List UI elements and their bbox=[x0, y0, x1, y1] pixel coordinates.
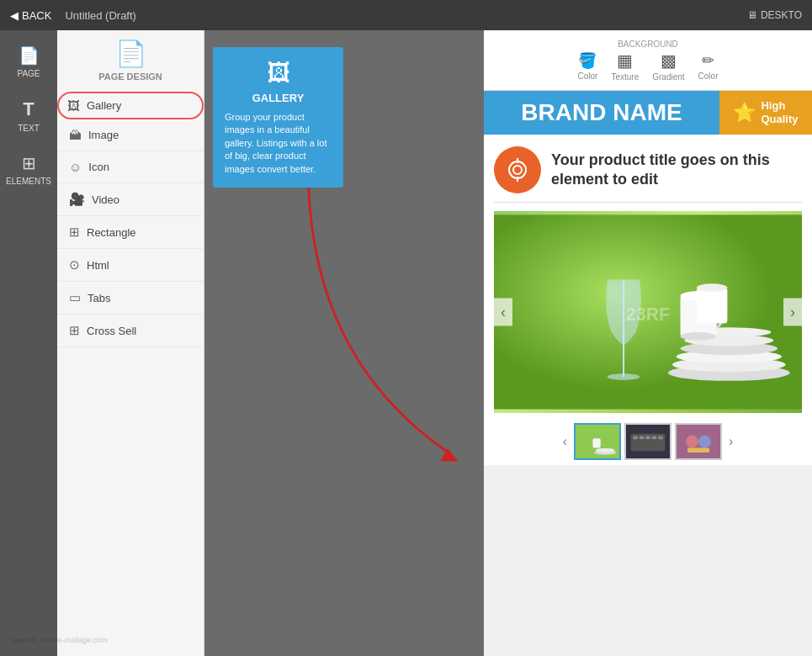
icon-icon: ☺ bbox=[69, 160, 82, 174]
panel-item-gallery[interactable]: 🖼 Gallery bbox=[57, 92, 204, 119]
gallery-label: Gallery bbox=[87, 99, 121, 112]
elements-label: ELEMENTS bbox=[6, 177, 51, 186]
panel-item-html[interactable]: ⊙ Html bbox=[57, 249, 204, 282]
fill-icon: 🪣 bbox=[578, 51, 597, 70]
thumbnail-1[interactable] bbox=[574, 423, 621, 460]
panel-item-image[interactable]: 🏔 Image bbox=[57, 119, 204, 151]
dishes-background: 23RF bbox=[494, 211, 802, 413]
html-label: Html bbox=[87, 259, 109, 272]
panel-item-icon[interactable]: ☺ Icon bbox=[57, 151, 204, 183]
rectangle-icon: ⊞ bbox=[69, 225, 80, 240]
rectangle-label: Rectangle bbox=[87, 226, 136, 239]
sidebar-item-text[interactable]: T TEXT bbox=[0, 90, 57, 141]
text-label: TEXT bbox=[18, 124, 40, 133]
html-icon: ⊙ bbox=[69, 257, 80, 272]
svg-point-17 bbox=[697, 283, 728, 292]
page-icon: 📄 bbox=[19, 45, 40, 66]
dishes-illustration: 23RF bbox=[494, 211, 802, 413]
panel-item-video[interactable]: 🎥 Video bbox=[57, 183, 204, 216]
panel-items: 🖼 Gallery 🏔 Image ☺ Icon 🎥 Video ⊞ Recta… bbox=[57, 92, 204, 347]
brand-name-text: BRAND NAME bbox=[521, 99, 682, 126]
right-panel: BACKGROUND 🪣 Color ▦ Texture ▩ Gradient … bbox=[484, 30, 812, 656]
color2-label: Color bbox=[698, 71, 719, 81]
bg-texture-button[interactable]: ▦ Texture bbox=[611, 50, 639, 82]
back-button[interactable]: ◀ BACK bbox=[10, 9, 51, 22]
high-quality-box: ⭐ High Quality bbox=[719, 91, 812, 135]
product-title: Your product title goes on this element … bbox=[551, 151, 802, 190]
panel-item-crosssell[interactable]: ⊞ Cross Sell bbox=[57, 315, 204, 347]
divider bbox=[494, 202, 802, 203]
bg-color2-button[interactable]: ✏ Color bbox=[698, 51, 719, 81]
preview-area: BRAND NAME ⭐ High Quality bbox=[484, 91, 812, 465]
thumb-accessories-icon bbox=[677, 423, 720, 460]
draft-title: Untitled (Draft) bbox=[65, 9, 136, 22]
svg-rect-27 bbox=[633, 436, 638, 440]
panel-item-rectangle[interactable]: ⊞ Rectangle bbox=[57, 216, 204, 249]
canvas-area: 🖼 GALLERY Group your product images in a… bbox=[204, 30, 484, 656]
background-label: BACKGROUND bbox=[494, 40, 802, 49]
thumbnail-3[interactable] bbox=[675, 423, 722, 460]
watermark-text: www.hi...ective-mailage.com bbox=[5, 629, 114, 651]
video-icon: 🎥 bbox=[69, 192, 85, 207]
gallery-popup-description: Group your product images in a beautiful… bbox=[225, 111, 332, 176]
panel-header: 📄 PAGE DESIGN bbox=[57, 30, 204, 92]
tabs-label: Tabs bbox=[88, 292, 110, 304]
background-icons: 🪣 Color ▦ Texture ▩ Gradient ✏ Color bbox=[578, 50, 719, 82]
product-row: Your product title goes on this element … bbox=[484, 135, 812, 202]
crosssell-label: Cross Sell bbox=[87, 325, 136, 337]
svg-point-33 bbox=[686, 436, 698, 448]
crosssell-icon: ⊞ bbox=[69, 323, 80, 338]
tabs-icon: ▭ bbox=[69, 290, 81, 305]
svg-point-23 bbox=[596, 448, 614, 452]
svg-rect-24 bbox=[592, 438, 600, 447]
color1-label: Color bbox=[578, 71, 598, 81]
sidebar-item-elements[interactable]: ⊞ ELEMENTS bbox=[0, 145, 57, 194]
gallery-popup-icon: 🖼 bbox=[225, 59, 332, 87]
svg-marker-0 bbox=[440, 448, 459, 461]
background-toolbar: BACKGROUND 🪣 Color ▦ Texture ▩ Gradient … bbox=[484, 30, 812, 91]
main-layout: 📄 PAGE T TEXT ⊞ ELEMENTS 📄 PAGE DESIGN 🖼… bbox=[0, 30, 812, 656]
texture-label: Texture bbox=[611, 72, 639, 82]
svg-rect-35 bbox=[687, 447, 709, 452]
star-badge-icon: ⭐ bbox=[733, 102, 756, 124]
bg-color1-button[interactable]: 🪣 Color bbox=[578, 51, 598, 81]
bg-gradient-button[interactable]: ▩ Gradient bbox=[652, 50, 684, 82]
thumb-prev-button[interactable]: ‹ bbox=[560, 434, 571, 449]
svg-point-34 bbox=[698, 436, 711, 448]
top-bar: ◀ BACK Untitled (Draft) 🖥 DESKTO bbox=[0, 0, 812, 30]
gallery-popup-title: GALLERY bbox=[225, 92, 332, 104]
panel-sidebar: 📄 PAGE DESIGN 🖼 Gallery 🏔 Image ☺ Icon 🎥… bbox=[57, 30, 204, 656]
svg-rect-31 bbox=[658, 436, 663, 440]
icon-label: Icon bbox=[88, 161, 109, 173]
brand-name-box: BRAND NAME bbox=[484, 91, 719, 135]
image-prev-button[interactable]: ‹ bbox=[494, 299, 512, 326]
icon-sidebar: 📄 PAGE T TEXT ⊞ ELEMENTS bbox=[0, 30, 57, 656]
gallery-popup: 🖼 GALLERY Group your product images in a… bbox=[213, 47, 343, 188]
page-label: PAGE bbox=[17, 69, 40, 78]
sidebar-item-page[interactable]: 📄 PAGE bbox=[0, 37, 57, 87]
back-arrow-icon: ◀ bbox=[10, 9, 19, 22]
thumbnail-2[interactable] bbox=[624, 423, 671, 460]
svg-rect-16 bbox=[697, 288, 728, 323]
svg-rect-29 bbox=[645, 436, 650, 440]
page-design-icon: 📄 bbox=[67, 39, 194, 68]
image-icon: 🏔 bbox=[69, 128, 82, 142]
elements-icon: ⊞ bbox=[22, 153, 36, 173]
svg-text:23RF: 23RF bbox=[626, 304, 670, 324]
svg-rect-28 bbox=[640, 436, 645, 440]
thumb-next-button[interactable]: › bbox=[725, 434, 736, 449]
text-icon: T bbox=[23, 98, 34, 120]
gradient-label: Gradient bbox=[652, 72, 684, 82]
desktop-label: 🖥 DESKTO bbox=[747, 9, 802, 21]
panel-item-tabs[interactable]: ▭ Tabs bbox=[57, 282, 204, 315]
pen-icon: ✏ bbox=[702, 51, 714, 70]
thumb-dishes-icon bbox=[576, 423, 619, 460]
product-icon-circle bbox=[494, 146, 541, 193]
texture-icon: ▦ bbox=[617, 50, 633, 71]
target-icon bbox=[504, 156, 531, 183]
back-label: BACK bbox=[22, 9, 51, 22]
desktop-icon: 🖥 bbox=[747, 9, 757, 21]
gradient-icon: ▩ bbox=[661, 50, 677, 71]
image-next-button[interactable]: › bbox=[783, 299, 802, 326]
svg-point-19 bbox=[608, 373, 640, 380]
